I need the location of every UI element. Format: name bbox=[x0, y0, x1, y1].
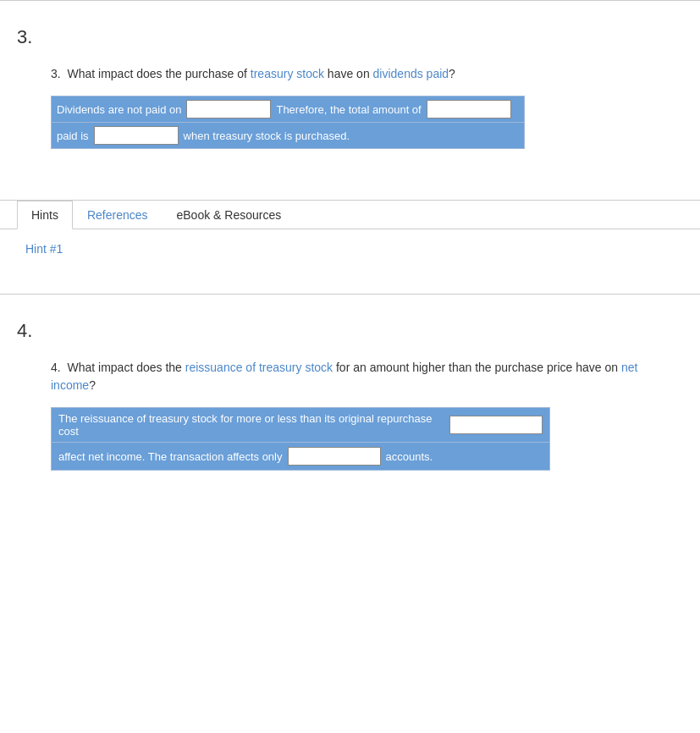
tab-content-hints: Hint #1 bbox=[0, 229, 700, 268]
question3-text: 3. What impact does the purchase of trea… bbox=[51, 65, 649, 83]
question4-text: 4. What impact does the reissuance of tr… bbox=[51, 359, 649, 394]
question4-section: 4. 4. What impact does the reissuance of… bbox=[0, 294, 700, 496]
q3-row2-text2: when treasury stock is purchased. bbox=[184, 130, 350, 142]
tabs-header: Hints References eBook & Resources bbox=[0, 201, 700, 229]
q3-row2-input1[interactable] bbox=[94, 126, 179, 145]
q4-row2-text1: affect net income. The transaction affec… bbox=[58, 450, 283, 463]
question3-highlight1: treasury stock bbox=[251, 67, 324, 80]
q3-row2-text1: paid is bbox=[57, 130, 89, 142]
question4-row1: The reissuance of treasury stock for mor… bbox=[52, 408, 549, 442]
question4-answer-box: The reissuance of treasury stock for mor… bbox=[51, 407, 550, 471]
question4-highlight1: reissuance of treasury stock bbox=[185, 361, 333, 374]
q3-row1-text2: Therefore, the total amount of bbox=[276, 103, 421, 116]
q4-row1-text1: The reissuance of treasury stock for mor… bbox=[58, 412, 444, 438]
question4-row2: affect net income. The transaction affec… bbox=[52, 442, 549, 470]
hint1-link[interactable]: Hint #1 bbox=[25, 242, 63, 256]
question4-content: 4. What impact does the reissuance of tr… bbox=[0, 350, 700, 496]
q3-row1-input1[interactable] bbox=[186, 100, 271, 118]
question4-highlight2: net income bbox=[51, 361, 637, 392]
q3-row1-input2[interactable] bbox=[427, 100, 511, 118]
tab-ebook[interactable]: eBook & Resources bbox=[163, 201, 296, 229]
q4-row2-input1[interactable] bbox=[288, 447, 381, 466]
question3-answer-box: Dividends are not paid on Therefore, the… bbox=[51, 96, 525, 149]
q3-row1-text1: Dividends are not paid on bbox=[57, 103, 181, 116]
question3-section: 3. 3. What impact does the purchase of t… bbox=[0, 0, 700, 268]
tab-references[interactable]: References bbox=[73, 201, 163, 229]
question3-row2: paid is when treasury stock is purchased… bbox=[52, 122, 524, 148]
question3-content: 3. What impact does the purchase of trea… bbox=[0, 57, 700, 174]
tab-hints[interactable]: Hints bbox=[17, 201, 73, 229]
page-container: 3. 3. What impact does the purchase of t… bbox=[0, 0, 700, 733]
question3-number-inline: 3. bbox=[51, 67, 61, 80]
question4-number-large: 4. bbox=[0, 311, 700, 350]
tabs-container: Hints References eBook & Resources Hint … bbox=[0, 200, 700, 268]
q4-row1-input1[interactable] bbox=[449, 416, 543, 434]
question3-row1: Dividends are not paid on Therefore, the… bbox=[52, 96, 524, 122]
q4-row2-text2: accounts. bbox=[386, 450, 433, 463]
question4-number-inline: 4. bbox=[51, 361, 61, 374]
question3-number-large: 3. bbox=[0, 18, 700, 57]
question3-highlight2: dividends paid bbox=[373, 67, 449, 80]
